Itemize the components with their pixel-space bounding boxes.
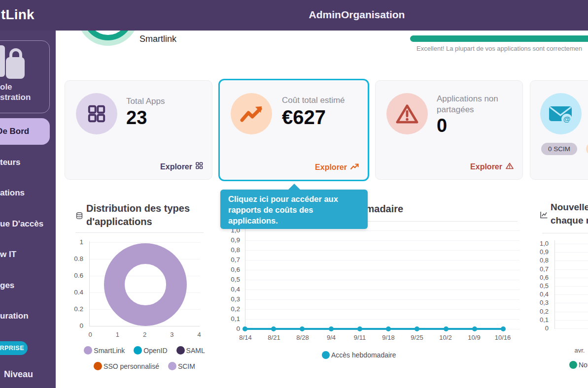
sidebar-item-label: u De Bord <box>0 118 29 145</box>
y-tick: 0 <box>545 324 549 332</box>
legend-item-smartlink[interactable]: SmartLink <box>84 346 125 355</box>
svg-text:@: @ <box>563 115 571 123</box>
admin-console-icon <box>0 45 5 77</box>
weekly-legend[interactable]: Accès hebdomadaire <box>322 351 396 359</box>
monthly-chart-title-line2: chaque m <box>551 215 588 226</box>
sidebar-item-upgrade-level[interactable]: Niveau <box>4 368 33 380</box>
warning-triangle-icon <box>386 93 428 134</box>
y-tick: 0,2 <box>231 305 240 313</box>
divider <box>542 233 588 233</box>
gridlines <box>555 244 588 329</box>
card-scim-invitations: @ 0 SCIM 2 SH <box>530 80 588 180</box>
tour-tooltip: Cliquez ici pour accéder aux rapports de… <box>220 190 368 229</box>
app-logo[interactable]: tLink <box>1 7 35 23</box>
data-point-dot <box>386 326 391 331</box>
card-estimated-cost[interactable]: Coût total estimé €627 Explorer <box>218 79 369 181</box>
legend-dot <box>168 362 176 370</box>
card-total-apps: Total Apps 23 Explorer <box>65 80 212 180</box>
health-progress-bar <box>410 35 588 42</box>
card-label: Coût total estimé <box>282 95 345 106</box>
y-tick: 0 <box>236 325 240 333</box>
y-tick: 1,0 <box>540 240 549 248</box>
sidebar-item-dashboard[interactable]: u De Bord <box>0 118 50 145</box>
explore-apps-link[interactable]: Explorer <box>160 162 203 171</box>
sidebar-item-shadow-it[interactable]: w IT <box>0 249 16 260</box>
legend-label: SSO personnalisé <box>104 362 159 370</box>
x-tick: 10/16 <box>492 334 513 341</box>
main-panel: Smartlink Excellent! La plupart de vos a… <box>56 30 588 388</box>
donut-y-axis: 1 0.8 0.6 0.4 0.2 0 <box>66 238 83 330</box>
legend-label: SCIM <box>178 362 195 370</box>
y-tick: 0,4 <box>231 286 240 293</box>
scim-badge: 0 SCIM <box>541 143 577 155</box>
donut-y-axis-line <box>89 241 90 326</box>
weekly-data-points <box>242 326 506 331</box>
donut-chart-title: Distribution des types d'applications <box>86 202 209 228</box>
sidebar-item-users[interactable]: teurs <box>0 157 21 168</box>
legend-dot <box>569 361 577 369</box>
y-tick: 0,8 <box>540 257 549 264</box>
x-tick: 2 <box>138 331 152 338</box>
y-tick: 0,1 <box>540 316 549 324</box>
x-tick: 9/11 <box>349 334 370 341</box>
y-tick: 0,5 <box>231 276 240 284</box>
trend-up-icon <box>350 163 359 172</box>
x-tick: 9/18 <box>378 334 399 341</box>
data-point-dot <box>242 326 247 331</box>
explore-unshared-link[interactable]: Explorer <box>470 162 514 171</box>
sidebar-item-configuration[interactable]: uration <box>0 310 29 322</box>
x-tick: 3 <box>165 331 179 338</box>
admin-console-label-line2: stration <box>0 92 31 103</box>
y-tick: 0 <box>79 322 83 330</box>
legend-item-scim[interactable]: SCIM <box>168 362 195 370</box>
database-icon <box>75 212 83 222</box>
y-tick: 0,6 <box>231 266 240 274</box>
y-tick: 0,6 <box>540 274 549 282</box>
sidebar-nav: ole stration u De Bord teurs ations ue D… <box>0 31 56 388</box>
donut-legend-row-2: SSO personnalisé SCIM <box>70 362 218 370</box>
monthly-x-axis: avr. mai <box>571 347 588 354</box>
org-name: Smartlink <box>139 34 176 44</box>
card-label: Applications non partagées <box>437 94 516 115</box>
explore-cost-link[interactable]: Explorer <box>315 163 359 172</box>
divider <box>75 232 204 233</box>
y-tick: 1 <box>79 238 83 246</box>
monthly-y-axis: 1,0 0,9 0,8 0,7 0,6 0,5 0,4 0,3 0,2 0,1 … <box>530 240 549 332</box>
legend-dot <box>134 346 142 355</box>
data-point-dot <box>501 326 506 331</box>
page-title: AdminOrganisation <box>309 9 405 21</box>
legend-item-sso[interactable]: SSO personnalisé <box>94 362 159 370</box>
legend-label: Accès hebdomadaire <box>331 351 396 359</box>
plan-badge: RPRISE <box>0 341 28 355</box>
data-point-dot <box>271 326 276 331</box>
x-tick: avr. <box>571 347 588 354</box>
tooltip-line: Cliquez ici pour accéder aux <box>228 194 360 204</box>
weekly-y-axis: 1,0 0,9 0,8 0,7 0,6 0,5 0,4 0,3 0,2 0,1 … <box>222 226 240 333</box>
y-tick: 0.6 <box>74 272 83 280</box>
y-tick: 0.2 <box>74 305 83 313</box>
card-value: €627 <box>282 106 326 129</box>
monthly-legend[interactable]: Nou <box>569 361 588 369</box>
data-point-dot <box>444 326 449 331</box>
y-tick: 0,1 <box>231 315 240 323</box>
explore-label: Explorer <box>315 163 347 172</box>
tooltip-line: rapports de coûts des <box>228 204 360 215</box>
y-tick: 0,3 <box>231 295 240 303</box>
warning-triangle-icon <box>506 162 514 171</box>
sidebar-item-shares[interactable]: ges <box>0 280 14 291</box>
apps-grid-icon <box>76 93 117 134</box>
y-tick: 0.4 <box>74 289 83 296</box>
health-message: Excellent! La plupart de vos application… <box>416 45 582 52</box>
y-tick: 0,7 <box>540 265 549 273</box>
donut-chart <box>104 243 187 326</box>
sidebar-item-applications[interactable]: ations <box>0 187 25 199</box>
data-point-dot <box>357 326 362 331</box>
x-tick: 8/14 <box>235 334 256 341</box>
trend-up-icon <box>231 93 272 134</box>
legend-item-openid[interactable]: OpenID <box>134 346 167 355</box>
shared-badge: 2 SH <box>586 143 588 155</box>
legend-dot <box>176 346 185 355</box>
sidebar-item-access-policy[interactable]: ue D'accès <box>0 218 43 230</box>
legend-item-saml[interactable]: SAML <box>176 346 205 355</box>
data-point-dot <box>415 326 419 331</box>
